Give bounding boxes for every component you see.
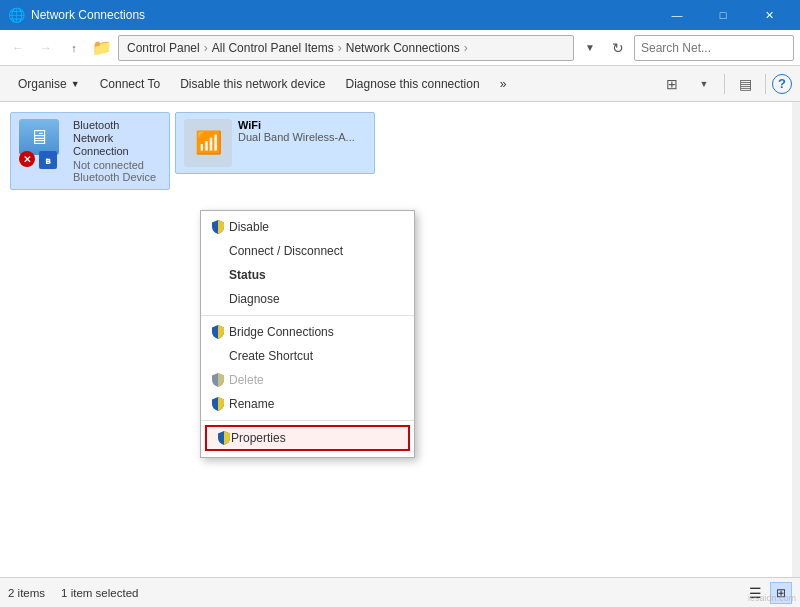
- address-path[interactable]: Control Panel › All Control Panel Items …: [118, 35, 574, 61]
- ctx-disable-icon: [209, 218, 227, 236]
- connect-to-button[interactable]: Connect To: [90, 73, 171, 95]
- folder-icon: 📁: [90, 36, 114, 60]
- bluetooth-network-item[interactable]: 🖥 ʙ ✕ Bluetooth NetworkConnection Not co…: [10, 112, 170, 190]
- breadcrumb-part1: Control Panel: [127, 41, 200, 55]
- wifi-item-status: Dual Band Wireless-A...: [238, 131, 355, 143]
- ctx-separator1: [201, 315, 414, 316]
- ctx-disable[interactable]: Disable: [201, 215, 414, 239]
- ctx-properties-icon: [215, 429, 233, 447]
- toolbar: Organise ▼ Connect To Disable this netwo…: [0, 66, 800, 102]
- ctx-shortcut[interactable]: Create Shortcut: [201, 344, 414, 368]
- disconnected-overlay: ✕: [19, 151, 35, 167]
- wifi-item-name: WiFi: [238, 119, 355, 131]
- ctx-diagnose-label: Diagnose: [229, 292, 280, 306]
- breadcrumb-part3: Network Connections: [346, 41, 460, 55]
- ctx-status-label: Status: [229, 268, 266, 282]
- diagnose-button[interactable]: Diagnose this connection: [336, 73, 490, 95]
- file-list: 🖥 ʙ ✕ Bluetooth NetworkConnection Not co…: [0, 102, 800, 577]
- view-options-button[interactable]: ⊞: [658, 70, 686, 98]
- view-dropdown-button[interactable]: ▼: [690, 70, 718, 98]
- more-button[interactable]: »: [490, 73, 517, 95]
- right-scrollbar[interactable]: [792, 102, 800, 577]
- address-bar: ← → ↑ 📁 Control Panel › All Control Pane…: [0, 30, 800, 66]
- wifi-icon: 📶: [184, 119, 232, 167]
- ctx-delete[interactable]: Delete: [201, 368, 414, 392]
- ctx-properties-label: Properties: [231, 431, 286, 445]
- ctx-rename-label: Rename: [229, 397, 274, 411]
- main-content: 🖥 ʙ ✕ Bluetooth NetworkConnection Not co…: [0, 102, 800, 577]
- wifi-item[interactable]: 📶 WiFi Dual Band Wireless-A...: [175, 112, 375, 174]
- maximize-button[interactable]: □: [700, 0, 746, 30]
- disable-button[interactable]: Disable this network device: [170, 73, 335, 95]
- help-button[interactable]: ?: [772, 74, 792, 94]
- bt-item-status: Not connected: [73, 159, 161, 171]
- breadcrumb-sep3: ›: [464, 41, 468, 55]
- window-title: Network Connections: [31, 8, 145, 22]
- ctx-connect[interactable]: Connect / Disconnect: [201, 239, 414, 263]
- search-input[interactable]: [635, 41, 794, 55]
- ctx-status[interactable]: Status: [201, 263, 414, 287]
- ctx-bridge-label: Bridge Connections: [229, 325, 334, 339]
- breadcrumb-part2: All Control Panel Items: [212, 41, 334, 55]
- up-button[interactable]: ↑: [62, 36, 86, 60]
- bt-item-name: Bluetooth NetworkConnection: [73, 119, 161, 159]
- toolbar-right: ⊞ ▼ ▤ ?: [658, 70, 792, 98]
- ctx-connect-label: Connect / Disconnect: [229, 244, 343, 258]
- shield-icon: [210, 219, 226, 235]
- refresh-button[interactable]: ↻: [606, 36, 630, 60]
- toolbar-separator2: [765, 74, 766, 94]
- window-icon: 🌐: [8, 7, 25, 23]
- close-button[interactable]: ✕: [746, 0, 792, 30]
- title-bar: 🌐 Network Connections — □ ✕: [0, 0, 800, 30]
- ctx-rename[interactable]: Rename: [201, 392, 414, 416]
- watermark: iesaidn.com: [748, 593, 796, 603]
- ctx-bridge[interactable]: Bridge Connections: [201, 320, 414, 344]
- title-bar-buttons: — □ ✕: [654, 0, 792, 30]
- organise-button[interactable]: Organise ▼: [8, 73, 90, 95]
- ctx-delete-label: Delete: [229, 373, 264, 387]
- minimize-button[interactable]: —: [654, 0, 700, 30]
- context-menu: Disable Connect / Disconnect Status Diag…: [200, 210, 415, 458]
- breadcrumb-sep1: ›: [204, 41, 208, 55]
- toolbar-separator: [724, 74, 725, 94]
- bt-item-type: Bluetooth Device: [73, 171, 161, 183]
- ctx-shortcut-label: Create Shortcut: [229, 349, 313, 363]
- ctx-disable-label: Disable: [229, 220, 269, 234]
- bluetooth-icon-container: 🖥 ʙ ✕: [19, 119, 67, 167]
- ctx-diagnose[interactable]: Diagnose: [201, 287, 414, 311]
- status-bar: 2 items 1 item selected ☰ ⊞: [0, 577, 800, 607]
- bt-item-text: Bluetooth NetworkConnection Not connecte…: [73, 119, 161, 183]
- title-bar-left: 🌐 Network Connections: [8, 7, 145, 23]
- dropdown-button[interactable]: ▼: [578, 36, 602, 60]
- ctx-bridge-icon: [209, 323, 227, 341]
- selected-count: 1 item selected: [61, 587, 138, 599]
- preview-pane-button[interactable]: ▤: [731, 70, 759, 98]
- wifi-item-text: WiFi Dual Band Wireless-A...: [238, 119, 355, 143]
- breadcrumb-sep2: ›: [338, 41, 342, 55]
- forward-button[interactable]: →: [34, 36, 58, 60]
- items-count: 2 items: [8, 587, 45, 599]
- ctx-properties[interactable]: Properties: [205, 425, 410, 451]
- search-box: 🔍: [634, 35, 794, 61]
- ctx-rename-icon: [209, 395, 227, 413]
- organise-dropdown-icon: ▼: [71, 79, 80, 89]
- ctx-separator2: [201, 420, 414, 421]
- ctx-delete-icon: [209, 371, 227, 389]
- back-button[interactable]: ←: [6, 36, 30, 60]
